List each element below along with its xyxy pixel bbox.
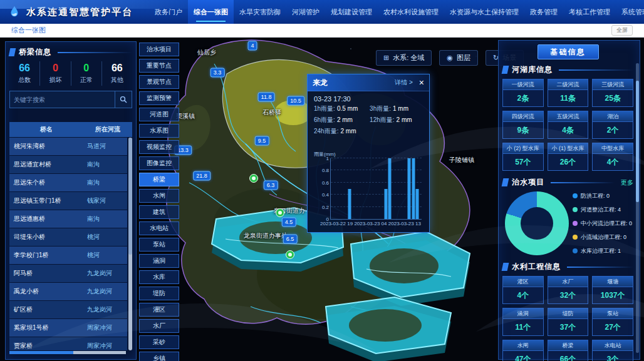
map-marker[interactable]: 6.5 bbox=[283, 235, 298, 244]
layer-item[interactable]: 景观节点 bbox=[139, 75, 179, 89]
map-marker[interactable]: 11.8 bbox=[258, 93, 275, 102]
table-row[interactable]: 矿区桥九龙岗河 bbox=[9, 301, 127, 318]
right-panel-scrollbar[interactable] bbox=[636, 63, 639, 353]
rain-stat: 24h雨量:2 mm bbox=[314, 127, 370, 136]
table-row[interactable]: 思远朱个桥南沟 bbox=[9, 174, 127, 191]
map-marker[interactable]: 6.3 bbox=[264, 181, 278, 190]
layer-item[interactable]: 监测预警 bbox=[139, 91, 179, 105]
layer-item[interactable]: 泵站 bbox=[139, 238, 179, 252]
map-marker[interactable]: 3.3 bbox=[210, 68, 225, 78]
nav-item[interactable]: 政务管理 bbox=[524, 0, 563, 24]
card-value: 4个 bbox=[503, 290, 543, 301]
card-value: 4个 bbox=[593, 157, 633, 168]
layer-item[interactable]: 桥梁 bbox=[139, 173, 179, 186]
card-label: 四级河流 bbox=[503, 111, 543, 122]
table-row[interactable]: 司堤朱小桥桃河 bbox=[9, 228, 127, 246]
bridge-stat: 66其他 bbox=[102, 61, 132, 86]
table-vertical-scrollbar[interactable] bbox=[128, 138, 132, 350]
nav-item[interactable]: 系统管理 bbox=[616, 0, 644, 24]
table-row[interactable]: 思远通惠桥南沟 bbox=[9, 210, 127, 228]
map-marker[interactable]: 10.5 bbox=[287, 96, 304, 106]
layer-item[interactable]: 堤防 bbox=[139, 287, 179, 300]
layer-item[interactable]: 水电站 bbox=[139, 221, 179, 235]
layer-item[interactable]: 涵洞 bbox=[139, 254, 179, 268]
card-label: 水闸 bbox=[503, 340, 543, 351]
nav-item[interactable]: 水资源与水土保持管理 bbox=[444, 0, 524, 24]
legend-text: 小流域治理工程: 0 bbox=[581, 233, 626, 242]
basic-info-button[interactable]: 基础信息 bbox=[538, 44, 599, 59]
layer-item[interactable]: 河道图 bbox=[139, 108, 179, 121]
layer-item[interactable]: 水系图 bbox=[139, 124, 179, 138]
layer-item[interactable]: 水库 bbox=[139, 270, 179, 284]
table-horizontal-scrollbar[interactable] bbox=[9, 351, 126, 354]
layer-item[interactable]: 治水项目 bbox=[139, 43, 179, 56]
layer-item[interactable]: 建筑 bbox=[139, 205, 179, 219]
stat-card: 四级河流9条 bbox=[502, 111, 544, 139]
table-row[interactable]: 贾家桥周家冲河 bbox=[9, 337, 127, 350]
layer-item[interactable]: 水闸 bbox=[139, 189, 179, 203]
more-link[interactable]: 更多 bbox=[621, 178, 633, 187]
layer-item[interactable]: 灌区 bbox=[139, 303, 179, 317]
platform-logo-icon bbox=[8, 5, 21, 19]
search-input[interactable] bbox=[10, 91, 115, 108]
map-station-icon[interactable] bbox=[249, 174, 258, 183]
map-control-layers[interactable]: ◉图层 bbox=[439, 50, 478, 66]
legend-item: 水库治理工程: 1 bbox=[573, 247, 633, 255]
cell-river-name: 桃河 bbox=[83, 233, 100, 242]
table-row[interactable]: 桃河朱湾桥马道河 bbox=[9, 138, 127, 155]
fullscreen-button[interactable]: 全屏 bbox=[611, 25, 633, 36]
table-row[interactable]: 思远镇玉带门1桥钱家河 bbox=[9, 192, 127, 210]
legend-text: 河道整治工程: 4 bbox=[581, 206, 621, 214]
stat-card: 一级河流2条 bbox=[502, 79, 544, 107]
nav-item[interactable]: 综合一张图 bbox=[188, 0, 234, 24]
layer-item[interactable]: 视频监控 bbox=[139, 140, 179, 154]
cell-bridge-name: 禹龙小桥 bbox=[9, 287, 83, 296]
table-row[interactable]: 阿马桥九龙岗河 bbox=[9, 265, 127, 282]
card-value: 11条 bbox=[548, 93, 588, 104]
map-marker[interactable]: 4.5 bbox=[282, 218, 296, 227]
popup-title: 来龙 bbox=[313, 78, 328, 88]
layer-item[interactable]: 水厂 bbox=[139, 319, 179, 333]
close-icon[interactable]: × bbox=[419, 78, 424, 87]
nav-item[interactable]: 水旱灾害防御 bbox=[234, 0, 286, 24]
nav-item[interactable]: 农村水利设施管理 bbox=[378, 0, 444, 24]
chart-x-tick: 2023-03-22 19 bbox=[320, 221, 353, 226]
table-row[interactable]: 李学校门1桥桃河 bbox=[9, 247, 127, 264]
card-value: 25条 bbox=[593, 93, 633, 104]
table-row[interactable]: 奚家坝1号桥周家冲河 bbox=[9, 319, 127, 337]
stat-card: 泵站27个 bbox=[592, 308, 633, 336]
table-row[interactable]: 禹龙小桥九龙岗河 bbox=[9, 283, 127, 300]
map-marker[interactable]: 21.8 bbox=[193, 171, 210, 181]
top-navbar: 水系连通智慧管护平台 政务门户综合一张图水旱灾害防御河湖管护规划建设管理农村水利… bbox=[0, 0, 644, 24]
layer-item[interactable]: 采砂 bbox=[139, 335, 179, 349]
legend-dot bbox=[573, 235, 578, 240]
card-label: 水电站 bbox=[593, 340, 633, 351]
map-marker[interactable]: 4 bbox=[247, 41, 257, 51]
map-station-icon[interactable] bbox=[276, 208, 284, 217]
map-station-icon[interactable] bbox=[286, 250, 294, 259]
river-lake-cards: 一级河流2条二级河流11条三级河流25条四级河流9条五级河流4条湖泊2个小 (2… bbox=[502, 79, 633, 171]
table-row[interactable]: 思远通宜村桥南沟 bbox=[9, 156, 127, 173]
search-button[interactable] bbox=[115, 91, 132, 108]
map-control-grid[interactable]: ⊞水系: 全域 bbox=[376, 50, 432, 66]
nav-item[interactable]: 规划建设管理 bbox=[325, 0, 378, 24]
popup-header: 来龙 详情 > × bbox=[308, 74, 429, 91]
station-popup: 来龙 详情 > × 03-23 17:30 1h雨量:0.5 mm3h雨量:1 … bbox=[307, 74, 430, 233]
card-value: 26个 bbox=[548, 157, 588, 168]
card-label: 一级河流 bbox=[503, 79, 543, 90]
nav-item[interactable]: 政务门户 bbox=[149, 0, 188, 24]
layer-item[interactable]: 重要节点 bbox=[139, 59, 179, 73]
nav-item[interactable]: 考核工作管理 bbox=[563, 0, 616, 24]
layers-icon: ◉ bbox=[447, 54, 453, 62]
chart-bar bbox=[388, 158, 391, 219]
layer-item[interactable]: 乡镇 bbox=[139, 352, 179, 361]
card-label: 小 (2) 型水库 bbox=[503, 143, 543, 154]
legend-dot bbox=[573, 193, 578, 198]
popup-detail-link[interactable]: 详情 > bbox=[395, 78, 413, 87]
layer-item[interactable]: 图像监控 bbox=[139, 156, 179, 170]
chart-y-tick: 1 bbox=[326, 156, 329, 161]
nav-item[interactable]: 河湖管护 bbox=[286, 0, 325, 24]
stat-card: 湖泊2个 bbox=[592, 111, 633, 139]
bridge-stat: 0损坏 bbox=[40, 61, 71, 86]
map-marker[interactable]: 9.5 bbox=[255, 136, 269, 146]
